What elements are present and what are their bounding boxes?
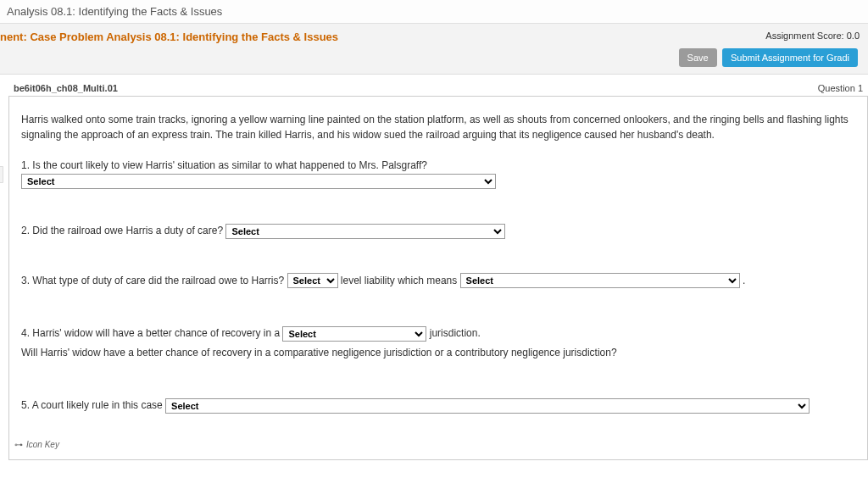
page-title: Analysis 08.1: Identifying the Facts & I…: [0, 0, 868, 24]
icon-key[interactable]: ⊶ Icon Key: [14, 438, 59, 451]
question-number: Question 1: [818, 83, 865, 93]
assignment-title: nent: Case Problem Analysis 08.1: Identi…: [0, 31, 338, 43]
assignment-bar: nent: Case Problem Analysis 08.1: Identi…: [0, 24, 868, 75]
question-line-3: 3. What type of duty of care did the rai…: [21, 273, 855, 289]
question-line-1: 1. Is the court likely to view Harris' s…: [21, 158, 855, 189]
question-3-text: 3. What type of duty of care did the rai…: [21, 275, 284, 286]
question-4-sub: Will Harris' widow have a better chance …: [21, 345, 855, 360]
question-container: be6it06h_ch08_Multi.01 Question 1 Harris…: [0, 75, 868, 460]
scenario-text: Harris walked onto some train tracks, ig…: [21, 112, 855, 142]
question-3-mid-text: level liability which means: [341, 275, 457, 286]
question-1-text: 1. Is the court likely to view Harris' s…: [21, 159, 427, 171]
question-2-select[interactable]: Select: [225, 224, 505, 239]
prev-question-arrow[interactable]: ◦: [0, 166, 3, 183]
question-3-select-b[interactable]: Select: [460, 273, 740, 288]
question-box: Harris walked onto some train tracks, ig…: [8, 96, 868, 460]
question-4-suffix: jurisdiction.: [430, 327, 481, 339]
question-3-suffix: .: [743, 275, 745, 286]
question-id: be6it06h_ch08_Multi.01: [14, 83, 118, 93]
question-1-select[interactable]: Select: [21, 174, 496, 189]
question-2-text: 2. Did the railroad owe Harris a duty of…: [21, 225, 223, 236]
question-4-text: 4. Harris' widow will have a better chan…: [21, 327, 280, 339]
submit-button[interactable]: Submit Assignment for Gradi: [722, 48, 858, 67]
question-line-2: 2. Did the railroad owe Harris a duty of…: [21, 223, 855, 239]
question-4-select[interactable]: Select: [282, 326, 426, 342]
question-5-select[interactable]: Select: [165, 398, 810, 414]
icon-key-label: Icon Key: [26, 438, 59, 451]
question-line-5: 5. A court likely rule in this case Sele…: [21, 397, 855, 414]
key-icon: ⊶: [14, 438, 23, 451]
question-line-4: 4. Harris' widow will have a better chan…: [21, 325, 855, 360]
question-3-select-a[interactable]: Select: [287, 273, 338, 288]
assignment-score: Assignment Score: 0.0: [765, 31, 860, 41]
question-5-text: 5. A court likely rule in this case: [21, 399, 163, 411]
save-button[interactable]: Save: [679, 48, 717, 67]
